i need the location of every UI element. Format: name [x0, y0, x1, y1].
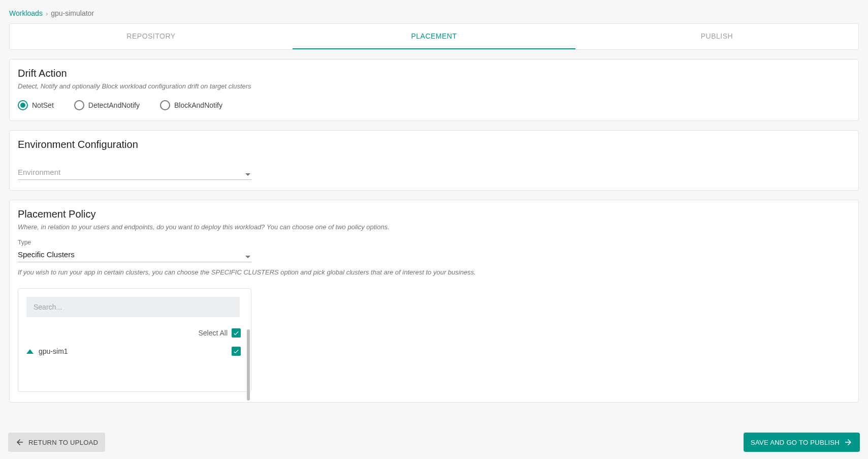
cluster-row[interactable]: gpu-sim1 [26, 342, 241, 361]
drift-options: NotSet DetectAndNotify BlockAndNotify [18, 100, 850, 110]
placement-card: Placement Policy Where, in relation to y… [9, 200, 859, 403]
footer: RETURN TO UPLOAD SAVE AND GO TO PUBLISH [0, 425, 868, 453]
cluster-checkbox[interactable] [232, 347, 241, 356]
select-all-checkbox[interactable] [232, 328, 241, 338]
tabs: REPOSITORY PLACEMENT PUBLISH [9, 23, 859, 50]
drift-option-label: DetectAndNotify [88, 101, 140, 109]
drift-title: Drift Action [18, 68, 850, 79]
return-button-label: RETURN TO UPLOAD [28, 439, 98, 446]
arrow-left-icon [15, 438, 24, 447]
placement-title: Placement Policy [18, 208, 850, 220]
select-all-row[interactable]: Select All [26, 322, 241, 342]
drift-option-label: NotSet [32, 101, 54, 109]
drift-option-notset[interactable]: NotSet [18, 100, 54, 110]
radio-icon [160, 100, 170, 110]
breadcrumb-leaf: gpu-simulator [51, 9, 94, 17]
breadcrumb-root[interactable]: Workloads [9, 9, 43, 17]
save-publish-button[interactable]: SAVE AND GO TO PUBLISH [744, 433, 860, 452]
check-icon [233, 348, 240, 355]
cluster-picker: Select All gpu-sim1 [18, 288, 251, 392]
breadcrumb: Workloads › gpu-simulator [9, 9, 859, 17]
scrollbar-thumb[interactable] [247, 329, 250, 401]
chevron-down-icon [245, 173, 250, 176]
env-select-placeholder: Environment [18, 168, 60, 176]
radio-icon [74, 100, 84, 110]
expand-up-icon[interactable] [26, 349, 34, 354]
radio-icon [18, 100, 28, 110]
return-button[interactable]: RETURN TO UPLOAD [8, 433, 105, 452]
drift-subtitle: Detect, Notify and optionally Block work… [18, 82, 850, 90]
placement-subtitle: Where, in relation to your users and end… [18, 223, 850, 231]
chevron-down-icon [245, 256, 250, 258]
env-card: Environment Configuration Environment [9, 130, 859, 191]
env-select[interactable]: Environment [18, 165, 251, 180]
breadcrumb-separator: › [46, 10, 48, 17]
cluster-row-left: gpu-sim1 [26, 347, 68, 355]
placement-type-label: Type [18, 239, 251, 246]
drift-card: Drift Action Detect, Notify and optional… [9, 59, 859, 121]
placement-type-value: Specific Clusters [18, 250, 75, 259]
tab-repository[interactable]: REPOSITORY [10, 24, 293, 49]
cluster-name: gpu-sim1 [39, 347, 68, 355]
placement-type-select[interactable]: Type Specific Clusters [18, 239, 251, 262]
placement-helper: If you wish to run your app in certain c… [18, 268, 850, 276]
arrow-right-icon [844, 438, 853, 447]
env-title: Environment Configuration [18, 139, 850, 150]
select-all-label: Select All [198, 329, 228, 337]
drift-option-label: BlockAndNotify [174, 101, 222, 109]
tab-publish[interactable]: PUBLISH [575, 24, 858, 49]
drift-option-block[interactable]: BlockAndNotify [160, 100, 222, 110]
save-publish-button-label: SAVE AND GO TO PUBLISH [751, 439, 840, 446]
env-select-field[interactable]: Environment [18, 165, 251, 180]
cluster-search-input[interactable] [26, 297, 240, 317]
cluster-scroll-area[interactable]: Select All gpu-sim1 [26, 322, 250, 383]
drift-option-detect[interactable]: DetectAndNotify [74, 100, 140, 110]
tab-placement[interactable]: PLACEMENT [293, 24, 575, 49]
placement-type-field[interactable]: Specific Clusters [18, 247, 251, 262]
check-icon [233, 329, 240, 336]
